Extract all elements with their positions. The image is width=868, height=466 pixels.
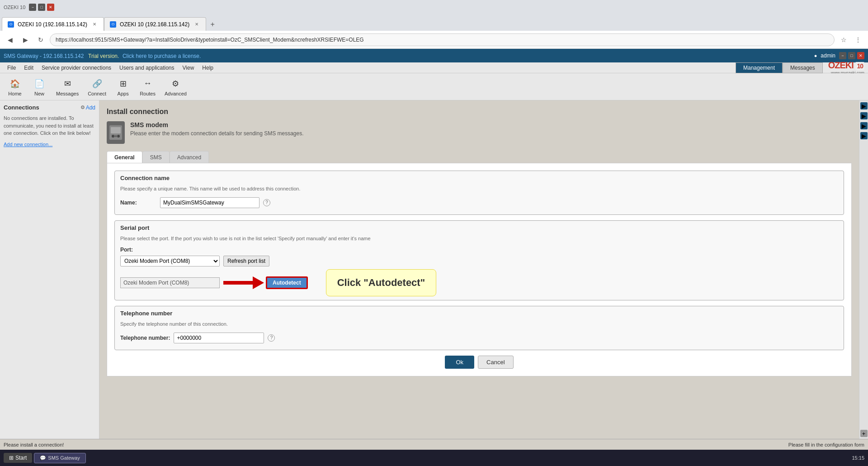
menu-service[interactable]: Service provider connections xyxy=(38,64,115,72)
tab-label-1: OZEKI 10 (192.168.115.142) xyxy=(120,21,189,28)
browser-tab-1[interactable]: O OZEKI 10 (192.168.115.142) ✕ xyxy=(104,17,206,31)
connect-icon: 🔗 xyxy=(91,77,104,90)
new-icon: 📄 xyxy=(33,77,46,90)
toolbar-messages[interactable]: ✉ Messages xyxy=(52,76,82,98)
refresh-port-button[interactable]: Refresh port list xyxy=(223,256,269,266)
serial-port-desc: Please select the port. If the port you … xyxy=(120,235,838,243)
toolbar-home-label: Home xyxy=(8,91,21,96)
forward-button[interactable]: ▶ xyxy=(19,33,32,46)
sidebar-header: Connections ⚙ Add xyxy=(4,104,95,111)
menu-button[interactable]: ⋮ xyxy=(852,33,864,46)
toolbar-advanced[interactable]: ⚙ Advanced xyxy=(161,76,190,98)
start-button[interactable]: ⊞ Start xyxy=(4,453,32,463)
modem-text: SMS modem Please enter the modem connect… xyxy=(130,121,304,137)
name-input[interactable] xyxy=(160,197,259,208)
autodetect-container: Autodetect xyxy=(223,276,308,289)
toolbar-new[interactable]: 📄 New xyxy=(28,76,51,98)
add-link[interactable]: Add xyxy=(86,105,95,111)
side-icon-4[interactable]: ▶ xyxy=(860,132,868,139)
tab-content-wrapper: General SMS Advanced Connection name Ple… xyxy=(107,151,852,376)
main-layout: Connections ⚙ Add No connections are ins… xyxy=(0,100,868,439)
start-icon: ⊞ xyxy=(9,455,14,461)
sidebar: Connections ⚙ Add No connections are ins… xyxy=(0,100,99,439)
statusbar: Please install a connection! Please fill… xyxy=(0,439,868,450)
side-icons: ▶ ▶ ▶ ▶ + xyxy=(859,100,868,439)
browser-tabs: O OZEKI 10 (192.168.115.142) ✕ O OZEKI 1… xyxy=(0,14,868,31)
menu-view[interactable]: View xyxy=(179,64,198,72)
minimize-button[interactable]: − xyxy=(29,4,36,11)
menu-help[interactable]: Help xyxy=(198,64,217,72)
sidebar-description: No connections are installed. To communi… xyxy=(4,114,95,137)
toolbar-connect[interactable]: 🔗 Connect xyxy=(84,76,110,98)
address-input[interactable] xyxy=(50,33,835,46)
toolbar-home[interactable]: 🏠 Home xyxy=(4,76,26,98)
menu-users[interactable]: Users and applications xyxy=(116,64,178,72)
maximize-button[interactable]: □ xyxy=(38,4,45,11)
sidebar-add-area: ⚙ Add xyxy=(80,105,95,111)
star-button[interactable]: ☆ xyxy=(837,33,850,46)
add-icon[interactable]: + xyxy=(860,430,868,437)
messages-icon: ✉ xyxy=(61,77,74,90)
toolbar-advanced-label: Advanced xyxy=(165,91,187,96)
tab-sms[interactable]: SMS xyxy=(142,151,170,163)
browser-tab-0[interactable]: O OZEKI 10 (192.168.115.142) ✕ xyxy=(2,17,104,31)
name-label: Name: xyxy=(120,200,156,206)
tab-advanced[interactable]: Advanced xyxy=(170,151,209,163)
form-panel: Connection name Please specify a unique … xyxy=(107,163,852,376)
refresh-button[interactable]: ↻ xyxy=(34,33,47,46)
new-tab-button[interactable]: + xyxy=(206,18,219,31)
back-button[interactable]: ◀ xyxy=(4,33,16,46)
telephone-section: Telephone number Specify the telephone n… xyxy=(114,306,844,350)
action-buttons: Ok Cancel xyxy=(114,356,844,369)
taskbar-clock: 15:15 xyxy=(852,455,864,461)
add-new-connection-link[interactable]: Add new connection... xyxy=(4,142,52,147)
serial-port-title: Serial port xyxy=(120,224,838,231)
port-select[interactable]: Ozeki Modem Port (COM8) xyxy=(120,256,220,266)
tab-messages[interactable]: Messages xyxy=(783,62,823,73)
tab-management[interactable]: Management xyxy=(736,62,783,73)
telephone-help-icon[interactable]: ? xyxy=(268,334,275,342)
serial-port-section: Serial port Please select the port. If t… xyxy=(114,220,844,301)
menubar: File Edit Service provider connections U… xyxy=(0,62,868,73)
ok-button[interactable]: Ok xyxy=(445,356,474,369)
app-maximize[interactable]: □ xyxy=(848,52,855,59)
toolbar-apps[interactable]: ⊞ Apps xyxy=(112,76,134,98)
purchase-link[interactable]: Click here to purchase a license. xyxy=(123,53,201,59)
telephone-input[interactable] xyxy=(174,333,264,343)
svg-rect-4 xyxy=(114,135,118,137)
start-label: Start xyxy=(15,455,27,461)
taskbar-sms-gateway[interactable]: 💬 SMS Gateway xyxy=(34,453,85,463)
tab-close-1[interactable]: ✕ xyxy=(193,21,200,28)
side-icon-plus[interactable]: + xyxy=(860,430,868,437)
side-icon-2[interactable]: ▶ xyxy=(860,112,868,119)
name-help-icon[interactable]: ? xyxy=(263,199,270,206)
trial-text: Trial version. xyxy=(88,53,119,59)
taskbar: ⊞ Start 💬 SMS Gateway 15:15 xyxy=(0,450,868,466)
app-title-text: SMS Gateway - 192.168.115.142 xyxy=(4,53,84,59)
port-display: Ozeki Modem Port (COM8) xyxy=(120,277,220,288)
modem-description: Please enter the modem connection detail… xyxy=(130,130,304,137)
tab-general[interactable]: General xyxy=(107,151,142,163)
tab-close-0[interactable]: ✕ xyxy=(91,21,98,28)
menu-edit[interactable]: Edit xyxy=(20,64,37,72)
cancel-button[interactable]: Cancel xyxy=(478,356,513,369)
app-minimize[interactable]: − xyxy=(839,52,846,59)
tab-favicon-0: O xyxy=(8,21,14,28)
modem-title: SMS modem xyxy=(130,121,304,128)
side-icon-3[interactable]: ▶ xyxy=(860,122,868,129)
taskbar-sms-label: SMS Gateway xyxy=(48,455,80,461)
toolbar-connect-label: Connect xyxy=(88,91,106,96)
side-icon-1[interactable]: ▶ xyxy=(860,102,868,109)
svg-marker-6 xyxy=(253,276,264,289)
address-bar-row: ◀ ▶ ↻ ☆ ⋮ xyxy=(0,31,868,49)
sidebar-title: Connections xyxy=(4,104,39,111)
autodetect-button[interactable]: Autodetect xyxy=(266,276,308,289)
autodetect-area: Ozeki Modem Port (COM8) xyxy=(120,269,838,296)
toolbar-routes[interactable]: ↔ Routes xyxy=(136,76,159,98)
app-close[interactable]: ✕ xyxy=(857,52,864,59)
menu-file[interactable]: File xyxy=(4,64,19,72)
connection-name-desc: Please specify a unique name. This name … xyxy=(120,185,838,193)
close-button[interactable]: ✕ xyxy=(47,4,54,11)
advanced-icon: ⚙ xyxy=(169,77,182,90)
tab-favicon-1: O xyxy=(110,21,116,28)
